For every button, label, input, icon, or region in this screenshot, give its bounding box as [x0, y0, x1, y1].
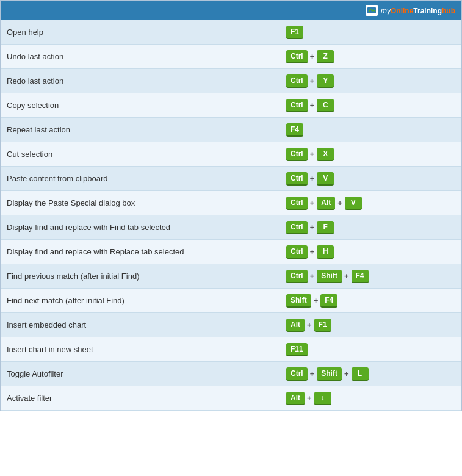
key-badge: F4 [286, 123, 303, 137]
row-keys: Ctrl+X [281, 144, 461, 165]
row-label: Cut selection [1, 145, 281, 164]
key-badge: Ctrl [286, 50, 308, 63]
row-keys: F4 [281, 120, 461, 140]
rows-container: Open helpF1Undo last actionCtrl+ZRedo la… [1, 20, 461, 411]
row-keys: F11 [281, 339, 461, 360]
row-keys: Ctrl+F [281, 217, 461, 238]
key-badge: Shift [317, 367, 342, 381]
row-keys: Ctrl+Shift+L [281, 364, 461, 384]
key-badge: L [352, 367, 369, 381]
plus-sign: + [344, 272, 349, 281]
row-label: Find previous match (after initial Find) [1, 267, 281, 286]
row-label: Repeat last action [1, 120, 281, 139]
table-row: Copy selectionCtrl+C [1, 93, 461, 118]
row-label: Copy selection [1, 96, 281, 115]
key-badge: Ctrl [286, 74, 308, 88]
key-badge: V [345, 197, 362, 210]
logo-icon [366, 5, 378, 16]
key-badge: Ctrl [286, 367, 308, 381]
row-keys: Ctrl+V [281, 168, 461, 189]
table-row: Activate filterAlt+↓ [1, 386, 461, 411]
plus-sign: + [314, 296, 319, 305]
key-badge: Ctrl [286, 197, 308, 210]
row-keys: Shift+F4 [281, 290, 461, 311]
table-row: Toggle AutofilterCtrl+Shift+L [1, 362, 461, 386]
key-badge: Alt [317, 197, 335, 210]
plus-sign: + [310, 272, 315, 281]
shortcuts-table: myOnlineTraininghub Open helpF1Undo last… [0, 0, 462, 411]
key-badge: F11 [286, 343, 308, 356]
key-badge: Shift [317, 270, 342, 283]
key-badge: Alt [286, 392, 305, 405]
key-badge: F4 [320, 294, 337, 308]
row-label: Undo last action [1, 47, 281, 66]
key-badge: X [317, 148, 334, 161]
row-keys: Ctrl+Shift+F4 [281, 266, 461, 287]
logo: myOnlineTraininghub [366, 5, 455, 16]
table-header: myOnlineTraininghub [1, 1, 461, 20]
row-label: Redo last action [1, 71, 281, 90]
table-row: Find next match (after initial Find)Shif… [1, 289, 461, 313]
key-badge: Ctrl [286, 270, 308, 283]
key-badge: F4 [352, 270, 369, 283]
table-row: Open helpF1 [1, 20, 461, 45]
plus-sign: + [337, 198, 342, 207]
plus-sign: + [310, 150, 315, 159]
table-row: Insert embedded chartAlt+F1 [1, 313, 461, 337]
key-badge: Alt [286, 319, 305, 332]
plus-sign: + [310, 101, 315, 110]
table-row: Repeat last actionF4 [1, 118, 461, 142]
row-keys: Alt+F1 [281, 315, 461, 336]
plus-sign: + [310, 198, 315, 207]
logo-text: myOnlineTraininghub [381, 6, 455, 15]
plus-sign: + [307, 320, 312, 330]
key-badge: Shift [286, 294, 311, 308]
row-label: Display find and replace with Find tab s… [1, 218, 281, 237]
table-row: Display find and replace with Replace ta… [1, 240, 461, 264]
table-row: Display the Paste Special dialog boxCtrl… [1, 191, 461, 215]
row-keys: Ctrl+Alt+V [281, 193, 461, 214]
plus-sign: + [344, 369, 349, 378]
row-label: Toggle Autofilter [1, 364, 281, 383]
key-badge: ↓ [314, 392, 331, 405]
key-badge: Ctrl [286, 172, 308, 186]
table-row: Insert chart in new sheetF11 [1, 337, 461, 362]
row-keys: Ctrl+Y [281, 71, 461, 92]
plus-sign: + [310, 52, 315, 61]
row-keys: Ctrl+C [281, 95, 461, 116]
key-badge: Y [317, 74, 334, 88]
table-row: Redo last actionCtrl+Y [1, 69, 461, 93]
key-badge: F [317, 221, 334, 234]
table-row: Undo last actionCtrl+Z [1, 45, 461, 69]
key-badge: Z [317, 50, 334, 63]
key-badge: Ctrl [286, 245, 308, 259]
table-row: Find previous match (after initial Find)… [1, 264, 461, 289]
table-row: Display find and replace with Find tab s… [1, 215, 461, 240]
key-badge: C [317, 99, 334, 112]
key-badge: V [317, 172, 334, 186]
key-badge: F1 [314, 319, 331, 332]
plus-sign: + [310, 247, 315, 256]
key-badge: Ctrl [286, 99, 308, 112]
plus-sign: + [310, 369, 315, 378]
table-row: Cut selectionCtrl+X [1, 142, 461, 167]
row-keys: Ctrl+Z [281, 46, 461, 67]
key-badge: Ctrl [286, 221, 308, 234]
row-label: Display find and replace with Replace ta… [1, 242, 281, 261]
row-label: Display the Paste Special dialog box [1, 193, 281, 212]
row-keys: Ctrl+H [281, 242, 461, 262]
key-badge: F1 [286, 26, 303, 39]
row-keys: F1 [281, 22, 461, 43]
key-badge: Ctrl [286, 148, 308, 161]
key-badge: H [317, 245, 334, 259]
row-keys: Alt+↓ [281, 388, 461, 409]
row-label: Insert embedded chart [1, 316, 281, 334]
plus-sign: + [307, 394, 312, 403]
row-label: Insert chart in new sheet [1, 340, 281, 359]
row-label: Find next match (after initial Find) [1, 291, 281, 310]
row-label: Open help [1, 23, 281, 41]
row-label: Activate filter [1, 389, 281, 408]
plus-sign: + [310, 223, 315, 232]
plus-sign: + [310, 174, 315, 183]
table-row: Paste content from clipboardCtrl+V [1, 167, 461, 191]
